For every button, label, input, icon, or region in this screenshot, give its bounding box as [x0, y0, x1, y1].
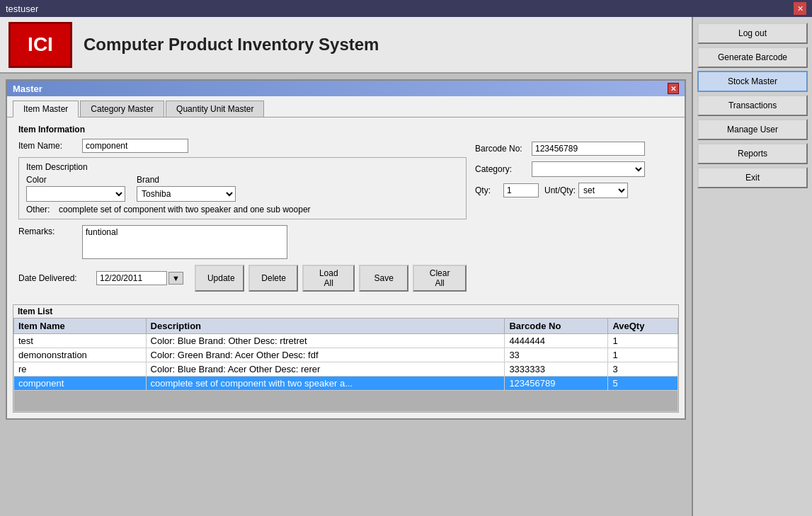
dialog-title: Master — [13, 84, 42, 94]
tab-quantity-unit-master[interactable]: Quantity Unit Master — [166, 101, 264, 117]
reports-button[interactable]: Reports — [697, 143, 808, 164]
table-row[interactable]: test Color: Blue Brand: Other Desc: rtre… — [14, 334, 678, 348]
qty-input[interactable] — [503, 183, 539, 197]
cell-qty: 3 — [608, 362, 678, 377]
color-select[interactable]: Blue Green — [26, 186, 125, 202]
qty-row: Qty: Unt/Qty: set pcs — [475, 183, 673, 198]
clear-all-button[interactable]: Clear All — [413, 265, 467, 292]
unit-label: Unt/Qty: — [544, 185, 576, 195]
update-button[interactable]: Update — [195, 265, 244, 292]
item-name-label: Item Name: — [18, 141, 82, 151]
barcode-label: Barcode No: — [475, 144, 532, 154]
item-name-row: Item Name: — [18, 139, 467, 153]
brand-select[interactable]: Toshiba Acer — [137, 186, 236, 202]
save-button[interactable]: Save — [359, 265, 408, 292]
right-sidebar: Log out Generate Barcode Stock Master Tr… — [692, 17, 812, 516]
app-title: Computer Product Inventory System — [84, 35, 379, 55]
stock-master-button[interactable]: Stock Master — [697, 71, 808, 92]
tab-bar: Item Master Category Master Quantity Uni… — [7, 96, 685, 117]
title-bar-close-button[interactable]: ✕ — [794, 2, 806, 15]
title-bar: testuser ✕ — [0, 0, 812, 17]
logout-button[interactable]: Log out — [697, 23, 808, 44]
cell-barcode: 123456789 — [505, 377, 608, 391]
qty-label: Qty: — [475, 185, 503, 195]
logo-text: ICI — [28, 33, 53, 56]
cell-qty: 1 — [608, 348, 678, 362]
category-select[interactable] — [532, 161, 645, 177]
exit-button[interactable]: Exit — [697, 167, 808, 188]
delete-button[interactable]: Delete — [248, 265, 298, 292]
other-value: coomplete set of component with two spea… — [59, 205, 459, 214]
table-container: Item Name Description Barcode No AveQty … — [13, 318, 678, 412]
remarks-label: Remarks: — [18, 225, 82, 236]
col-aveqty: AveQty — [608, 319, 678, 334]
tab-category-master[interactable]: Category Master — [80, 101, 164, 117]
cell-name: component — [14, 377, 147, 391]
col-item-name: Item Name — [14, 319, 147, 334]
remarks-row: Remarks: funtional — [18, 225, 467, 259]
col-barcode: Barcode No — [505, 319, 608, 334]
cell-qty: 1 — [608, 334, 678, 348]
brand-label: Brand — [137, 175, 236, 185]
logo: ICI — [8, 22, 72, 68]
other-label: Other: — [26, 205, 55, 214]
dialog-close-button[interactable]: ✕ — [668, 83, 679, 94]
title-bar-username: testuser — [6, 4, 38, 14]
cell-qty: 5 — [608, 377, 678, 391]
item-list-section: Item List Item Name Description Barcode … — [13, 304, 679, 413]
calendar-button[interactable]: ▼ — [168, 272, 183, 285]
item-desc-label: Item Description — [26, 162, 459, 172]
date-label: Date Delivered: — [18, 273, 96, 283]
section-item-info: Item Information — [18, 125, 673, 134]
cell-name: re — [14, 362, 147, 377]
transactions-button[interactable]: Transactions — [697, 95, 808, 116]
remarks-input[interactable]: funtional — [82, 225, 287, 259]
col-description: Description — [146, 319, 505, 334]
cell-barcode: 3333333 — [505, 362, 608, 377]
date-row: Date Delivered: ▼ Update Delete Load All… — [18, 265, 467, 292]
master-dialog: Master ✕ Item Master Category Master Qua… — [6, 79, 686, 420]
color-label: Color — [26, 175, 125, 185]
date-input[interactable] — [96, 271, 167, 285]
load-all-button[interactable]: Load All — [302, 265, 355, 292]
table-row[interactable]: component coomplete set of component wit… — [14, 377, 678, 391]
table-row[interactable]: re Color: Blue Brand: Acer Other Desc: r… — [14, 362, 678, 377]
cell-barcode: 33 — [505, 348, 608, 362]
manage-user-button[interactable]: Manage User — [697, 119, 808, 140]
dialog-title-bar: Master ✕ — [7, 81, 685, 96]
cell-desc: coomplete set of component with two spea… — [146, 377, 505, 391]
item-list-title: Item List — [13, 305, 678, 318]
tab-item-master[interactable]: Item Master — [13, 101, 79, 117]
cell-desc: Color: Blue Brand: Acer Other Desc: rere… — [146, 362, 505, 377]
cell-desc: Color: Green Brand: Acer Other Desc: fdf — [146, 348, 505, 362]
barcode-row: Barcode No: — [475, 142, 673, 156]
cell-name: demononstration — [14, 348, 147, 362]
cell-name: test — [14, 334, 147, 348]
item-name-input[interactable] — [82, 139, 188, 153]
barcode-input[interactable] — [532, 142, 645, 156]
category-row: Category: — [475, 161, 673, 177]
generate-barcode-button[interactable]: Generate Barcode — [697, 47, 808, 68]
category-label: Category: — [475, 164, 532, 174]
cell-barcode: 4444444 — [505, 334, 608, 348]
item-desc-box: Item Description Color Blue Green — [18, 157, 467, 219]
table-empty-row — [14, 391, 678, 412]
cell-desc: Color: Blue Brand: Other Desc: rtretret — [146, 334, 505, 348]
table-row[interactable]: demononstration Color: Green Brand: Acer… — [14, 348, 678, 362]
unit-select[interactable]: set pcs — [578, 183, 628, 198]
app-header: ICI Computer Product Inventory System — [0, 17, 692, 74]
item-table: Item Name Description Barcode No AveQty … — [13, 318, 678, 412]
